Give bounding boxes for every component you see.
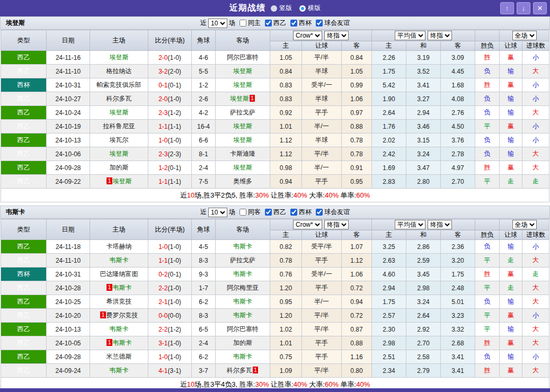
avg-home-odds: 2.63 [372,254,406,268]
handicap-home-odds: 0.84 [270,65,302,78]
average-odds-group-header: 平均值终指 [372,219,475,230]
average-time-select[interactable]: 终指 [428,220,452,229]
avg-away-odds: 3.41 [441,364,475,378]
away-team-name: 阿尔巴塞特 [227,325,259,333]
match-filter: 近10场同客西乙西杯球会友谊 [1,208,549,217]
full-score: 0-1 [158,82,167,89]
page-title: 近期战绩 [229,3,265,14]
summary-segment: 让胜率: [269,380,293,388]
full-match-select[interactable]: 全场 [512,31,537,40]
odds-sub-header: 客 [342,230,372,240]
handicap-line: 受平/半 [302,240,342,254]
red-card-badge: 1 [253,367,258,373]
avg-draw-odds: 3.41 [406,78,441,92]
league-badge: 西乙 [1,240,47,254]
match-date: 24-10-24 [47,106,90,120]
col-header: 类型 [1,30,47,51]
recent-count-select[interactable]: 10 [208,208,227,217]
corner-cell: 1-2 [192,78,216,92]
score-cell: 1-1(1-1) [148,175,192,189]
same-venue-checkbox[interactable] [239,209,246,216]
result-win-draw-lose: 胜 [475,336,500,350]
away-team-cell: 阿尔梅里亚 [216,281,270,295]
avg-home-odds: 2.64 [372,106,406,120]
odds-company-select[interactable]: Crow* [293,31,322,40]
handicap-home-odds: 0.98 [270,161,302,175]
average-select[interactable]: 平均值 [395,220,425,229]
move-down-button[interactable]: ↓ [517,2,530,14]
results-table: 类型日期主场比分(半场)角球客场Crow*终指平均值终指全场主让球客主和客胜负让… [1,219,549,391]
handicap-home-odds: 1.12 [270,147,302,161]
league-badge: 西乙 [1,254,47,268]
half-score: (1-0) [168,257,181,264]
recent-count-select[interactable]: 10 [208,19,227,28]
full-match-select[interactable]: 全场 [512,220,537,229]
match-date: 24-09-22 [47,175,90,189]
radio-horizontal-icon[interactable] [299,5,306,12]
away-team-name: 萨拉戈萨 [230,109,255,116]
full-score: 2-1 [158,298,167,306]
avg-draw-odds: 2.79 [406,364,441,378]
avg-away-odds: 1.68 [441,78,475,92]
summary-segment: 大率: [307,380,325,388]
radio-horizontal-label: 横版 [308,4,321,13]
avg-home-odds: 2.26 [372,51,406,65]
summary-segment: 单率: [339,380,356,388]
half-score: (2-0) [168,68,181,75]
away-team-cell: 埃登斯 [216,120,270,133]
away-team-name: 韦斯卡 [233,353,252,360]
odds-time-select[interactable]: 终指 [324,31,349,40]
league-checkbox[interactable] [265,209,272,216]
score-cell: 1-0(1-0) [148,133,192,147]
home-team-name: 巴达隆纳富图 [100,270,138,278]
avg-away-odds: 4.45 [441,65,475,78]
match-date: 24-10-27 [47,92,90,106]
same-venue-checkbox[interactable] [239,20,246,26]
result-win-draw-lose: 平 [475,175,500,189]
average-time-select[interactable]: 终指 [428,31,452,40]
league-checkbox[interactable] [316,20,323,26]
odds-time-select[interactable]: 终指 [324,220,349,229]
radio-horizontal[interactable]: 横版 [299,4,321,13]
radio-vertical[interactable]: 竖版 [271,4,292,13]
avg-away-odds: 4.97 [441,161,475,175]
league-checkbox[interactable] [265,20,272,26]
full-score: 0-2 [158,271,167,278]
score-cell: 2-0(1-0) [148,51,192,65]
league-checkbox[interactable] [290,20,297,26]
avg-home-odds: 2.02 [372,133,406,147]
league-badge: 西乙 [1,161,47,175]
radio-vertical-icon[interactable] [271,5,277,12]
handicap-away-odds: 0.88 [342,120,372,133]
corner-cell: 6-2 [192,295,216,309]
match-date: 24-10-25 [47,295,90,309]
handicap-home-odds: 0.92 [270,106,302,120]
handicap-line: 平/半 [302,364,342,378]
half-score: (2-3) [168,150,181,158]
result-win-draw-lose: 胜 [475,51,500,65]
league-checkbox[interactable] [316,209,323,216]
odds-company-select[interactable]: Crow* [293,220,322,229]
league-badge: 西乙 [1,133,47,147]
odds-sub-header: 让球 [302,41,342,51]
result-win-draw-lose: 胜 [475,268,500,281]
col-header: 比分(半场) [148,30,192,51]
result-win-draw-lose: 负 [475,106,500,120]
handicap-away-odds: 0.97 [342,106,372,120]
league-checkbox[interactable] [290,209,297,216]
avg-draw-odds: 3.52 [406,65,441,78]
close-button[interactable]: ✕ [533,2,547,14]
move-up-button[interactable]: ↑ [500,2,514,14]
average-select[interactable]: 平均值 [395,31,425,40]
full-score: 1-1 [158,178,167,185]
away-team-cell: 奥维多 [216,175,270,189]
col-header: 比分(半场) [148,219,192,240]
result-handicap: 赢 [500,161,522,175]
handicap-away-odds: 1.06 [342,268,372,281]
avg-away-odds: 3.32 [441,323,475,336]
avg-draw-odds: 3.45 [406,268,441,281]
games-label: 场 [229,208,235,217]
away-team-cell: 韦斯卡 [216,240,270,254]
match-row: 西乙24-09-28加的斯1-2(0-1)2-4埃登斯0.98半/一0.911.… [1,161,549,175]
match-date: 24-10-13 [47,133,90,147]
